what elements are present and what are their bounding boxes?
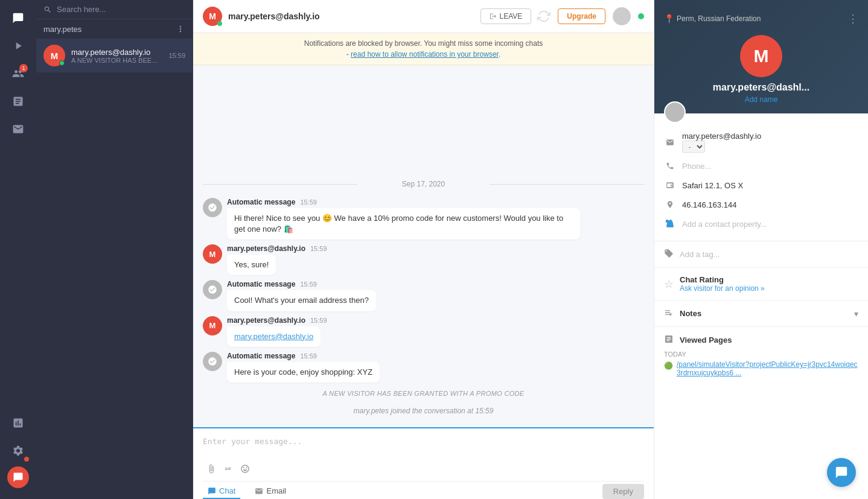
auto-avatar bbox=[203, 280, 222, 299]
refresh-icon[interactable] bbox=[537, 10, 550, 23]
rs-avatar: M bbox=[740, 35, 782, 77]
notification-link[interactable]: read how to allow notifications in your … bbox=[351, 50, 499, 59]
nav-analytics[interactable] bbox=[6, 411, 30, 435]
rs-more-button[interactable]: ⋮ bbox=[847, 12, 858, 25]
auto-avatar bbox=[203, 198, 222, 217]
conv-avatar: M bbox=[43, 45, 65, 66]
message-bubble: mary.peters@dashly.io bbox=[227, 326, 321, 347]
rs-notes-section: Notes ▾ bbox=[654, 300, 868, 327]
messages-area: Sep 17, 2020 Automatic message 15:59 Hi … bbox=[193, 65, 654, 427]
chat-input-area: Chat Email Reply bbox=[193, 427, 654, 499]
left-navigation: 1 bbox=[0, 0, 36, 499]
visitor-avatar: M bbox=[203, 244, 222, 264]
search-input[interactable] bbox=[57, 5, 185, 14]
rs-email-dropdown[interactable]: - bbox=[682, 141, 705, 153]
nav-bot[interactable] bbox=[7, 466, 29, 488]
header-right: Upgrade bbox=[537, 7, 644, 25]
chat-support-button[interactable] bbox=[827, 458, 856, 487]
message-input[interactable] bbox=[203, 434, 644, 456]
star-icon: ☆ bbox=[664, 278, 674, 291]
rs-page-url[interactable]: /panel/simulateVisitor?projectPublicKey=… bbox=[677, 360, 858, 377]
visitor-avatar: M bbox=[203, 316, 222, 335]
nav-chat[interactable] bbox=[6, 6, 30, 30]
auto-avatar bbox=[203, 352, 222, 371]
rs-add-name-link[interactable]: Add name bbox=[745, 95, 778, 104]
message-content: Automatic message 15:59 Here is your cod… bbox=[227, 352, 580, 383]
email-tab-icon bbox=[255, 487, 263, 495]
rs-name: mary.peters@dashl... bbox=[713, 82, 809, 93]
users-badge: 1 bbox=[19, 64, 28, 72]
gif-icon[interactable] bbox=[220, 460, 237, 477]
notes-chevron-icon: ▾ bbox=[854, 309, 858, 319]
rs-viewed-title: Viewed Pages bbox=[680, 335, 732, 345]
upgrade-button[interactable]: Upgrade bbox=[558, 8, 605, 24]
nav-email[interactable] bbox=[6, 117, 30, 141]
rs-notes-title: Notes bbox=[680, 309, 701, 318]
rs-phone-value: Phone... bbox=[682, 162, 711, 171]
date-divider: Sep 17, 2020 bbox=[203, 180, 644, 188]
chat-header-name: mary.peters@dashly.io bbox=[228, 11, 474, 21]
rs-header-top: 📍 Perm, Russian Federation ⋮ bbox=[664, 12, 858, 25]
rs-rating-title: Chat Rating bbox=[680, 275, 765, 284]
reply-button[interactable]: Reply bbox=[602, 484, 644, 499]
rs-browser-value: Safari 12.1, OS X bbox=[682, 181, 743, 190]
nav-settings[interactable] bbox=[6, 439, 30, 463]
rs-viewed-header: Viewed Pages bbox=[664, 334, 858, 346]
add-property-icon bbox=[664, 218, 676, 230]
rs-rating-info: Chat Rating Ask visitor for an opinion » bbox=[680, 275, 765, 293]
message-content: mary.peters@dashly.io 15:59 Yes, sure! bbox=[227, 244, 580, 275]
search-bar bbox=[36, 0, 193, 19]
viewed-pages-icon bbox=[664, 334, 674, 346]
header-online-dot bbox=[217, 21, 222, 26]
online-indicator bbox=[59, 60, 65, 66]
rs-rating-section: ☆ Chat Rating Ask visitor for an opinion… bbox=[654, 268, 868, 300]
ip-info-icon bbox=[664, 199, 676, 211]
rs-notes-left: Notes bbox=[664, 308, 701, 319]
rs-page-link: 🟢 /panel/simulateVisitor?projectPublicKe… bbox=[664, 360, 858, 377]
message-sender: mary.peters@dashly.io 15:59 bbox=[227, 244, 580, 253]
join-message: mary.petes joined the conversation at 15… bbox=[203, 407, 644, 415]
tab-chat[interactable]: Chat bbox=[203, 484, 240, 499]
chat-header: M mary.peters@dashly.io LEAVE Upgrade bbox=[193, 0, 654, 33]
message-bubble: Yes, sure! bbox=[227, 255, 276, 275]
rs-phone-row: Phone... bbox=[664, 156, 858, 176]
leave-button[interactable]: LEAVE bbox=[480, 8, 532, 24]
notification-bar: Notifications are blocked by browser. Yo… bbox=[193, 33, 654, 65]
rs-today-label: TODAY bbox=[664, 351, 858, 358]
main-chat-area: M mary.peters@dashly.io LEAVE Upgrade No… bbox=[193, 0, 654, 499]
rs-rating-row: ☆ Chat Rating Ask visitor for an opinion… bbox=[664, 275, 858, 293]
emoji-icon[interactable] bbox=[237, 460, 254, 477]
attachment-icon[interactable] bbox=[203, 460, 220, 477]
conversations-sidebar: mary.petes M mary.peters@dashly.io A NEW… bbox=[36, 0, 193, 499]
message-sender: Automatic message 15:59 bbox=[227, 198, 580, 206]
nav-users[interactable]: 1 bbox=[6, 62, 30, 86]
tab-email[interactable]: Email bbox=[250, 484, 291, 499]
notes-icon bbox=[664, 308, 674, 319]
more-options-icon[interactable] bbox=[176, 24, 185, 34]
nav-play[interactable] bbox=[6, 34, 30, 58]
rs-rating-link[interactable]: Ask visitor for an opinion » bbox=[680, 284, 765, 293]
rs-add-property-row[interactable]: Add a contact property... bbox=[664, 214, 858, 234]
message-row: M mary.peters@dashly.io 15:59 Yes, sure! bbox=[203, 244, 644, 275]
message-bubble: Hi there! Nice to see you 😊 We have a 10… bbox=[227, 208, 580, 240]
email-link[interactable]: mary.peters@dashly.io bbox=[234, 332, 313, 341]
conv-info: mary.peters@dashly.io A NEW VISITOR HAS … bbox=[71, 48, 162, 64]
location-pin-icon: 📍 bbox=[664, 14, 674, 24]
rs-email-row: mary.peters@dashly.io - bbox=[664, 128, 858, 156]
nav-campaigns[interactable] bbox=[6, 89, 30, 113]
user-online-indicator bbox=[638, 13, 644, 19]
rs-ip-row: 46.146.163.144 bbox=[664, 195, 858, 214]
rs-add-property-label[interactable]: Add a contact property... bbox=[682, 220, 767, 229]
rs-location: 📍 Perm, Russian Federation bbox=[664, 14, 761, 24]
conversation-item[interactable]: M mary.peters@dashly.io A NEW VISITOR HA… bbox=[36, 39, 193, 72]
rs-profile-header: 📍 Perm, Russian Federation ⋮ M mary.pete… bbox=[654, 0, 868, 113]
message-bubble: Here is your code, enjoy shopping: XYZ bbox=[227, 362, 380, 383]
sidebar-filter-header: mary.petes bbox=[36, 19, 193, 39]
chat-tab-label: Chat bbox=[219, 486, 235, 495]
message-content: Automatic message 15:59 Hi there! Nice t… bbox=[227, 198, 580, 240]
rs-notes-toggle[interactable]: Notes ▾ bbox=[664, 308, 858, 319]
leave-icon bbox=[490, 13, 497, 20]
rs-info-section: mary.peters@dashly.io - Phone... Safari … bbox=[654, 113, 868, 241]
rs-tag-section[interactable]: Add a tag... bbox=[654, 241, 868, 268]
chat-tabs: Chat Email Reply bbox=[203, 481, 644, 499]
